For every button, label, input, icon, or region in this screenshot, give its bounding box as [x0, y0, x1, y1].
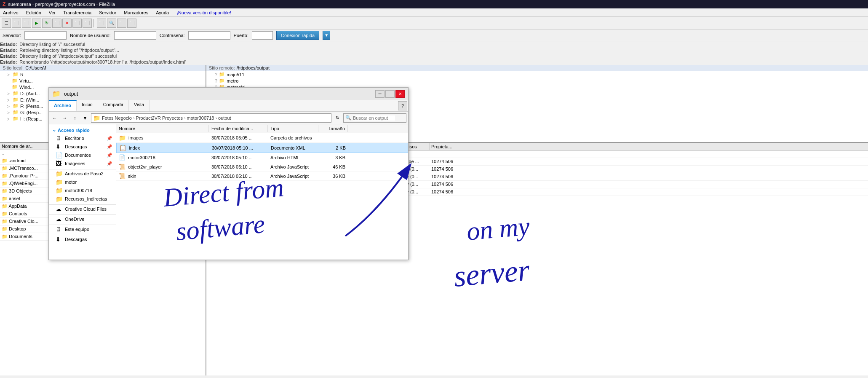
explorer-recent-button[interactable]: ▼	[81, 114, 89, 122]
sidebar-item-imagenes[interactable]: 🖼 Imágenes 📌	[49, 159, 116, 168]
explorer-address-bar[interactable]: 📁 Fotos Negocio › Product2VR Proyectos ›…	[91, 113, 331, 123]
local-tree-item-root[interactable]: ▷ 📁 R	[0, 71, 206, 78]
menu-transferencia[interactable]: Transferencia	[62, 10, 93, 16]
toolbar-btn-12[interactable]: ⬜	[117, 19, 126, 28]
breadcrumb-seg-4[interactable]: output	[218, 115, 231, 121]
toolbar-btn-3[interactable]: ⬜	[22, 19, 31, 28]
explorer-ribbon: Archivo Inicio Compartir Vista ?	[49, 100, 408, 112]
explorer-row-skin[interactable]: 📜 skin 30/07/2018 05:10 ... Archivo Java…	[116, 172, 408, 181]
explorer-search-input[interactable]	[353, 115, 395, 121]
folder-icon-motor300718: 📁	[56, 187, 62, 194]
explorer-row-motor300718[interactable]: 📄 motor300718 30/07/2018 05:10 ... Archi…	[116, 153, 408, 162]
creative-cloud-icon: ☁	[56, 206, 62, 212]
toolbar-btn-4[interactable]: ▶	[32, 19, 41, 28]
quickconnect-button[interactable]: Conexión rápida	[276, 31, 319, 40]
username-input[interactable]	[114, 31, 156, 40]
remote-col-owner[interactable]: Propieta...	[430, 143, 868, 150]
breadcrumb-seg-3[interactable]: motor300718	[187, 115, 214, 121]
js-icon-object2vr: 📜	[119, 164, 126, 170]
toolbar-btn-5[interactable]: ↻	[42, 19, 51, 28]
sidebar-item-descargas2[interactable]: ⬇ Descargas	[49, 235, 116, 244]
status-label-2: Estado:	[0, 48, 17, 53]
explorer-file-header: Nombre Fecha de modifica... Tipo Tamaño	[116, 124, 408, 133]
status-line-3: Estado: Directory listing of "/httpdocs/…	[0, 53, 868, 59]
password-input[interactable]	[188, 31, 230, 40]
local-header-value: C:\Users\f	[25, 65, 46, 70]
sidebar-item-creative-cloud[interactable]: ☁ Creative Cloud Files	[49, 205, 116, 213]
toolbar-btn-10[interactable]: ⬜	[97, 19, 106, 28]
status-line-4: Estado: Renombrando '/httpdocs/output/mo…	[0, 59, 868, 65]
explorer-search-box[interactable]: 🔍	[343, 113, 406, 123]
explorer-sidebar: ⌄ Acceso rápido 🖥 Escritorio 📌 ⬇ Descarg…	[49, 124, 116, 260]
explorer-refresh-button[interactable]: ↻	[333, 114, 342, 122]
local-tree-item-virtu[interactable]: 📁 Virtu...	[0, 78, 206, 84]
ribbon-tab-vista[interactable]: Vista	[129, 100, 150, 111]
sidebar-item-recursos[interactable]: 📁 Recursos_Indirectas	[49, 195, 116, 203]
explorer-col-tipo[interactable]: Tipo	[268, 125, 318, 132]
toolbar-btn-6[interactable]: ⬜	[52, 19, 61, 28]
explorer-col-fecha[interactable]: Fecha de modifica...	[209, 125, 268, 132]
desktop-icon: 🖥	[56, 135, 62, 142]
sidebar-item-motor300718[interactable]: 📁 motor300718	[49, 186, 116, 195]
sidebar-item-onedrive[interactable]: ☁ OneDrive	[49, 215, 116, 223]
menu-archivo[interactable]: Archivo	[2, 10, 20, 16]
quickconnect-dropdown[interactable]: ▼	[323, 31, 330, 40]
breadcrumb-seg-2[interactable]: Product2VR Proyectos	[136, 115, 183, 121]
toolbar: ☰ ⬜ ⬜ ▶ ↻ ⬜ ✕ ⬜ ⬜ ⬜ 🔍 ⬜ ⬜	[0, 17, 868, 29]
toolbar-btn-8[interactable]: ⬜	[72, 19, 82, 28]
sidebar-item-motor[interactable]: 📁 motor	[49, 178, 116, 186]
toolbar-btn-11[interactable]: 🔍	[107, 19, 116, 28]
quickconnect-bar: Servidor: Nombre de usuario: Contraseña:…	[0, 29, 868, 41]
explorer-row-object2vr[interactable]: 📜 object2vr_player 30/07/2018 05:10 ... …	[116, 162, 408, 172]
toolbar-btn-1[interactable]: ☰	[2, 19, 11, 28]
explorer-col-tamano[interactable]: Tamaño	[318, 125, 348, 132]
ribbon-tab-inicio[interactable]: Inicio	[77, 100, 98, 111]
explorer-row-images[interactable]: 📁 images 30/07/2018 05:05 ... Carpeta de…	[116, 133, 408, 143]
explorer-minimize-button[interactable]: ─	[375, 90, 385, 98]
menu-servidor[interactable]: Servidor	[98, 10, 118, 16]
remote-header-label: Sitio remoto:	[209, 65, 235, 70]
explorer-maximize-button[interactable]: □	[385, 90, 395, 98]
folder-icon-motor: 📁	[56, 179, 62, 185]
sidebar-item-este-equipo[interactable]: 🖥 Este equipo	[49, 225, 116, 233]
explorer-back-button[interactable]: ←	[51, 114, 59, 122]
menu-ayuda[interactable]: Ayuda	[155, 10, 170, 16]
toolbar-btn-7[interactable]: ✕	[62, 19, 72, 28]
sidebar-item-documentos[interactable]: 📄 Documentos 📌	[49, 151, 116, 159]
ribbon-tab-compartir[interactable]: Compartir	[98, 100, 129, 111]
menu-ver[interactable]: Ver	[48, 10, 57, 16]
ribbon-tab-archivo[interactable]: Archivo	[49, 100, 77, 111]
status-text-2: Retrieving directory listing of "/httpdo…	[19, 48, 119, 53]
menu-nueva-version[interactable]: ¡Nueva versión disponible!	[175, 10, 232, 16]
menu-edicion[interactable]: Edición	[25, 10, 43, 16]
remote-tree-majo511[interactable]: ? 📁 majo511	[206, 71, 868, 78]
explorer-close-button[interactable]: ✕	[395, 90, 405, 98]
explorer-row-index[interactable]: 📋 index 30/07/2018 05:10 ... Documento X…	[116, 143, 408, 153]
explorer-col-nombre[interactable]: Nombre	[116, 125, 209, 132]
sidebar-header-acceso[interactable]: ⌄ Acceso rápido	[49, 126, 116, 134]
explorer-forward-button[interactable]: →	[61, 114, 69, 122]
explorer-folder-icon: 📁	[52, 90, 61, 98]
sidebar-item-escritorio[interactable]: 🖥 Escritorio 📌	[49, 134, 116, 142]
remote-tree-metro[interactable]: ? 📁 metro	[206, 78, 868, 84]
server-input[interactable]	[24, 31, 67, 40]
password-label: Contraseña:	[160, 33, 185, 38]
status-text-1: Directory listing of "/" successful	[19, 42, 85, 47]
explorer-title: output	[64, 91, 78, 97]
sidebar-item-archivos-paso2[interactable]: 📁 Archivos de Paso2	[49, 169, 116, 178]
menu-marcadores[interactable]: Marcadores	[123, 10, 150, 16]
toolbar-btn-2[interactable]: ⬜	[12, 19, 21, 28]
toolbar-btn-13[interactable]: ⬜	[127, 19, 136, 28]
folder-icon-paso2: 📁	[56, 170, 62, 177]
port-input[interactable]	[252, 31, 273, 40]
local-header-label: Sitio local:	[3, 65, 24, 70]
status-text-4: Renombrando '/httpdocs/output/motor30071…	[19, 59, 186, 64]
breadcrumb-seg-1[interactable]: Fotos Negocio	[102, 115, 132, 121]
js-icon-skin: 📜	[119, 173, 126, 179]
images-icon: 🖼	[56, 160, 62, 167]
sidebar-item-descargas[interactable]: ⬇ Descargas 📌	[49, 142, 116, 151]
toolbar-btn-9[interactable]: ⬜	[83, 19, 92, 28]
explorer-up-button[interactable]: ↑	[71, 114, 79, 122]
ribbon-help-button[interactable]: ?	[398, 101, 407, 110]
explorer-content: ⌄ Acceso rápido 🖥 Escritorio 📌 ⬇ Descarg…	[49, 124, 408, 260]
